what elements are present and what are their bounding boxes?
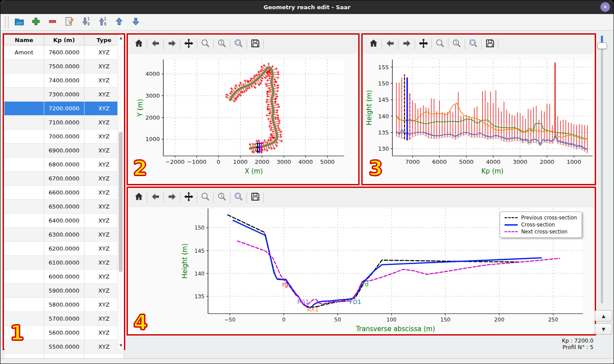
column-header[interactable]: Kp (m) (44, 35, 84, 46)
table-row[interactable]: 7400.0000XYZ (4, 74, 124, 88)
table-row[interactable]: 5900.0000XYZ (4, 284, 124, 298)
table-row[interactable]: 7200.0000XYZ (4, 102, 124, 116)
add-profile-button[interactable] (30, 16, 42, 28)
toolbar-separator (213, 39, 214, 49)
zoom-button[interactable] (198, 191, 212, 204)
table-row[interactable]: 7300.0000XYZ (4, 88, 124, 102)
pan-icon (418, 38, 429, 51)
forward-button[interactable] (165, 38, 179, 51)
svg-text:3000: 3000 (513, 159, 527, 165)
table-row[interactable]: 6300.0000XYZ (4, 228, 124, 242)
zoom-one-button[interactable]: 1 (449, 38, 464, 51)
svg-text:1: 1 (220, 194, 222, 198)
table-row[interactable]: 5800.0000XYZ (4, 298, 124, 312)
profile-plot[interactable]: 7000600050004000300020001000130135140145… (363, 54, 595, 184)
table-row[interactable]: 6200.0000XYZ (4, 242, 124, 256)
table-row[interactable]: 6800.0000XYZ (4, 158, 124, 172)
svg-text:1: 1 (87, 17, 89, 21)
svg-text:Transverse abscissa (m): Transverse abscissa (m) (356, 325, 435, 333)
annotation-badge-4: 4 (134, 312, 148, 332)
pan-button[interactable] (181, 191, 196, 204)
forward-button[interactable] (165, 191, 179, 204)
save-button[interactable] (483, 38, 497, 51)
table-row[interactable]: 6900.0000XYZ (4, 144, 124, 158)
remove-profile-button[interactable] (46, 16, 58, 28)
plan-plot-canvas[interactable]: −2000−1000010002000300040005000100020003… (128, 54, 358, 184)
edit-profile-button[interactable] (63, 16, 75, 28)
back-button[interactable] (148, 38, 162, 51)
table-row[interactable]: Amont7600.0000XYZ (4, 46, 124, 60)
zoom-fit-button[interactable] (466, 38, 480, 51)
svg-text:1000: 1000 (567, 159, 581, 165)
sort-asc-icon: 19 (97, 16, 108, 28)
table-row[interactable]: 7000.0000XYZ (4, 130, 124, 144)
svg-text:100: 100 (387, 317, 397, 323)
save-button[interactable] (248, 38, 262, 51)
profile-slider-track[interactable] (601, 35, 603, 304)
cross-section-panel: 1 rgFG1AX1FD1rd−500501001502002501351401… (127, 187, 596, 336)
table-row[interactable]: 6700.0000XYZ (4, 172, 124, 186)
profile-slider-handle[interactable] (597, 42, 607, 49)
back-button[interactable] (148, 191, 162, 204)
table-row[interactable]: 7500.0000XYZ (4, 60, 124, 74)
sort-descending-button[interactable]: 19 (80, 16, 92, 28)
toolbar-separator (163, 39, 164, 49)
sort-ascending-button[interactable]: 19 (96, 16, 108, 28)
title-bar[interactable]: Geometry reach edit - Saar ✕ (0, 0, 614, 14)
save-button[interactable] (248, 191, 262, 204)
table-row[interactable]: 6100.0000XYZ (4, 256, 124, 270)
move-profile-down-button[interactable] (130, 16, 141, 28)
toolbar-separator (213, 192, 214, 203)
previous-profile-button[interactable]: ▲ (595, 310, 612, 322)
home-button[interactable] (131, 38, 146, 51)
pan-button[interactable] (181, 38, 196, 51)
svg-text:150: 150 (194, 225, 205, 231)
zoom-fit-button[interactable] (231, 38, 246, 51)
svg-text:200: 200 (494, 317, 505, 323)
svg-text:−50: −50 (224, 317, 235, 323)
profile-plot-toolbar: 1 (363, 35, 595, 54)
zoom-one-button[interactable]: 1 (215, 38, 229, 51)
table-row[interactable]: 6500.0000XYZ (4, 200, 124, 214)
back-button[interactable] (383, 38, 397, 51)
zoom-one-button[interactable]: 1 (215, 191, 229, 204)
plan-plot[interactable]: −2000−1000010002000300040005000100020003… (128, 54, 358, 184)
scroll-up-icon[interactable]: ▲ (118, 35, 124, 41)
svg-text:135: 135 (194, 293, 205, 300)
table-row[interactable]: 6000.0000XYZ (4, 270, 124, 284)
zoom-fit-icon (468, 38, 479, 50)
table-cell (4, 74, 44, 88)
zoom-button[interactable] (198, 38, 212, 51)
home-button[interactable] (131, 191, 146, 204)
table-row[interactable]: 6600.0000XYZ (4, 186, 124, 200)
svg-text:2000: 2000 (145, 114, 160, 121)
toolbar-grip[interactable] (5, 17, 9, 28)
move-profile-up-button[interactable] (113, 16, 125, 28)
table-cell (4, 228, 44, 242)
table-scrollbar-thumb[interactable] (119, 132, 123, 272)
toolbar-separator (247, 192, 247, 203)
table-cell (4, 270, 44, 284)
next-profile-button[interactable]: ▼ (595, 323, 612, 335)
table-cell (4, 60, 44, 74)
column-header[interactable]: Name (4, 35, 44, 46)
open-file-button[interactable] (13, 16, 25, 28)
cross-section-plot[interactable]: rgFG1AX1FD1rd−50050100150200250135140145… (128, 207, 595, 334)
forward-button[interactable] (399, 38, 414, 51)
profiles-table[interactable]: NameKp (m)Type Amont7600.0000XYZ7500.000… (4, 35, 124, 364)
toolbar-separator (498, 39, 498, 49)
zoom-fit-icon (233, 191, 244, 204)
zoom-fit-button[interactable] (231, 191, 246, 204)
table-row[interactable]: 7100.0000XYZ (4, 116, 124, 130)
home-button[interactable] (366, 38, 381, 51)
plan-view-panel: 1 −2000−10000100020003000400050001000200… (127, 33, 360, 185)
profile-plot-canvas[interactable]: 7000600050004000300020001000130135140145… (363, 54, 595, 184)
pan-button[interactable] (416, 38, 431, 51)
table-row[interactable]: 6400.0000XYZ (4, 214, 124, 228)
close-button[interactable]: ✕ (600, 2, 610, 12)
svg-text:1: 1 (220, 40, 222, 45)
zoom-button[interactable] (433, 38, 447, 51)
table-cell (4, 102, 44, 116)
scroll-down-icon[interactable]: ▼ (118, 342, 124, 349)
table-scrollbar[interactable]: ▲ ▼ (117, 35, 124, 349)
